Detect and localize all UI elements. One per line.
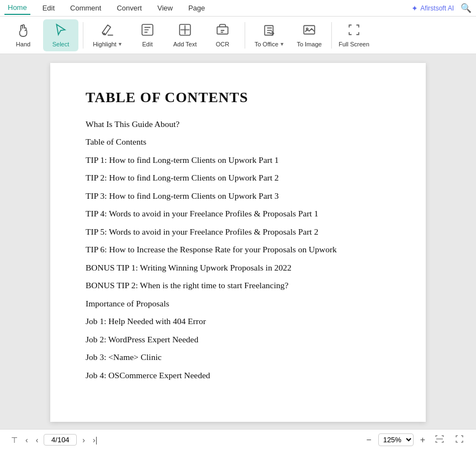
to-image-button[interactable]: To Image xyxy=(292,19,327,51)
first-page-button[interactable]: ⊤ xyxy=(9,435,20,446)
menu-edit[interactable]: Edit xyxy=(39,2,58,14)
add-text-icon xyxy=(178,23,192,39)
toc-items-container: What Is This Guide About?Table of Conten… xyxy=(86,118,390,382)
zoom-in-button[interactable]: + xyxy=(418,434,427,446)
menu-view[interactable]: View xyxy=(154,2,176,14)
menu-convert[interactable]: Convert xyxy=(113,2,145,14)
toolbar-sep-3 xyxy=(331,22,332,49)
to-office-icon xyxy=(262,23,277,39)
menu-right-area: ✦ Afirstsoft AI 🔍 xyxy=(411,3,472,13)
toolbar-sep-2 xyxy=(245,22,245,49)
edit-button[interactable]: Edit xyxy=(130,19,165,51)
toc-item: TIP 4: Words to avoid in your Freelance … xyxy=(86,208,390,220)
ocr-button[interactable]: OCR xyxy=(205,19,240,51)
add-text-label: Add Text xyxy=(173,41,197,47)
select-button[interactable]: Select xyxy=(43,19,78,51)
toc-item: Job 4: OSCommerce Expert Needed xyxy=(86,369,390,382)
to-office-button[interactable]: To Office ▼ xyxy=(250,19,289,51)
fit-width-button[interactable] xyxy=(432,433,447,447)
doc-page: Table of Contents What Is This Guide Abo… xyxy=(50,63,426,422)
highlight-row: Highlight ▼ xyxy=(93,41,123,47)
to-image-icon xyxy=(302,23,316,39)
last-page-button[interactable]: ›| xyxy=(91,435,99,446)
status-left: ⊤ ‹ ‹ 4/104 › ›| xyxy=(9,434,99,446)
toc-item: TIP 3: How to find Long-term Clients on … xyxy=(86,190,390,202)
toc-item: Job 3: <Name> Clinic xyxy=(86,351,390,363)
status-bar: ⊤ ‹ ‹ 4/104 › ›| − 50%75%100%125%150%200… xyxy=(0,429,476,450)
to-image-label: To Image xyxy=(297,41,321,47)
zoom-out-button[interactable]: − xyxy=(364,434,373,446)
to-office-row: To Office ▼ xyxy=(255,41,284,47)
highlight-icon xyxy=(101,23,115,39)
zoom-select[interactable]: 50%75%100%125%150%200% xyxy=(378,433,414,446)
ai-star-icon: ✦ xyxy=(411,4,418,13)
highlight-label: Highlight xyxy=(93,41,117,47)
toolbar-sep-1 xyxy=(83,22,83,49)
menu-home[interactable]: Home xyxy=(4,1,30,15)
toc-item: Table of Contents xyxy=(86,136,390,148)
full-screen-label: Full Screen xyxy=(339,41,369,47)
menu-bar: Home Edit Comment Convert View Page ✦ Af… xyxy=(0,0,476,17)
ai-badge[interactable]: ✦ Afirstsoft AI xyxy=(411,4,454,13)
prev-page-button[interactable]: ‹ xyxy=(23,435,30,446)
toc-item: TIP 6: How to Increase the Response Rate… xyxy=(86,243,390,256)
prev-page-button2[interactable]: ‹ xyxy=(34,435,41,446)
toc-title: Table of Contents xyxy=(86,89,390,106)
full-screen-button[interactable]: Full Screen xyxy=(336,19,372,51)
ai-label: Afirstsoft AI xyxy=(420,4,454,12)
toc-item: Job 2: WordPress Expert Needed xyxy=(86,333,390,346)
edit-label: Edit xyxy=(142,41,153,47)
highlight-arrow: ▼ xyxy=(118,41,123,47)
to-office-label: To Office xyxy=(255,41,278,47)
toc-item: TIP 1: How to find Long-term Clients on … xyxy=(86,154,390,166)
edit-icon xyxy=(140,23,155,39)
ocr-icon xyxy=(215,23,230,39)
toc-item: BONUS TIP 1: Writing Winning Upwork Prop… xyxy=(86,262,390,274)
toc-item: Job 1: Help Needed with 404 Error xyxy=(86,315,390,327)
hand-label: Hand xyxy=(16,41,30,47)
document-area: Table of Contents What Is This Guide Abo… xyxy=(0,54,476,429)
toolbar: Hand Select Highlight ▼ xyxy=(0,17,476,54)
page-input[interactable]: 4/104 xyxy=(44,434,77,446)
menu-comment[interactable]: Comment xyxy=(67,2,104,14)
hand-button[interactable]: Hand xyxy=(6,19,41,51)
toc-item: TIP 5: Words to avoid in your Freelance … xyxy=(86,226,390,238)
ocr-label: OCR xyxy=(216,41,229,47)
next-page-button[interactable]: › xyxy=(80,435,87,446)
hand-icon xyxy=(16,23,30,39)
to-office-arrow: ▼ xyxy=(279,41,284,47)
menu-page[interactable]: Page xyxy=(185,2,208,14)
highlight-button[interactable]: Highlight ▼ xyxy=(88,19,128,51)
toc-item: Importance of Proposals xyxy=(86,298,390,310)
full-screen-status-button[interactable] xyxy=(452,433,467,447)
select-label: Select xyxy=(52,41,70,47)
full-screen-icon xyxy=(347,23,361,39)
toc-item: TIP 2: How to find Long-term Clients on … xyxy=(86,172,390,184)
toc-item: BONUS TIP 2: When is the right time to s… xyxy=(86,279,390,292)
search-icon[interactable]: 🔍 xyxy=(461,3,472,13)
select-icon xyxy=(54,23,68,39)
add-text-button[interactable]: Add Text xyxy=(167,19,203,51)
status-right: − 50%75%100%125%150%200% + xyxy=(364,433,467,447)
toc-item: What Is This Guide About? xyxy=(86,118,390,130)
